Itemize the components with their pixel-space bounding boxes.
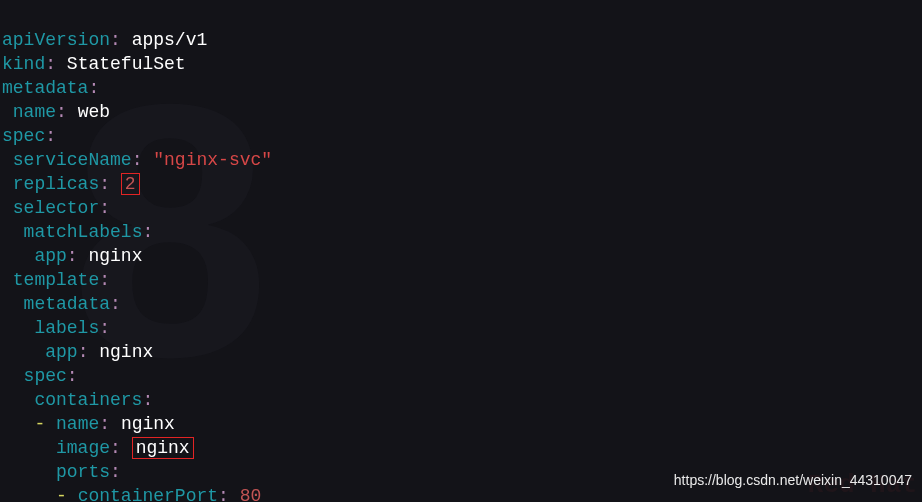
key-template-metadata: metadata <box>24 294 110 314</box>
colon: : <box>218 486 229 502</box>
colon: : <box>78 342 89 362</box>
colon: : <box>142 222 153 242</box>
colon: : <box>110 30 121 50</box>
value-container-name: nginx <box>121 414 175 434</box>
key-template-labels: labels <box>34 318 99 338</box>
colon: : <box>110 462 121 482</box>
key-template: template <box>13 270 99 290</box>
key-template-labels-app: app <box>45 342 77 362</box>
dash-containers: - <box>34 414 45 434</box>
value-kind: StatefulSet <box>67 54 186 74</box>
value-containerPort: 80 <box>240 486 262 502</box>
yaml-code-block: apiVersion: apps/v1 kind: StatefulSet me… <box>0 0 922 502</box>
colon: : <box>99 414 110 434</box>
value-serviceName: "nginx-svc" <box>153 150 272 170</box>
value-metadata-name: web <box>78 102 110 122</box>
value-matchLabels-app: nginx <box>88 246 142 266</box>
colon: : <box>67 246 78 266</box>
colon: : <box>99 270 110 290</box>
value-container-image-boxed: nginx <box>132 437 194 459</box>
key-serviceName: serviceName <box>13 150 132 170</box>
key-matchLabels: matchLabels <box>24 222 143 242</box>
source-watermark: https://blog.csdn.net/weixin_44310047 <box>674 468 912 492</box>
key-selector: selector <box>13 198 99 218</box>
value-template-labels-app: nginx <box>99 342 153 362</box>
key-kind: kind <box>2 54 45 74</box>
key-metadata-name: name <box>13 102 56 122</box>
key-metadata: metadata <box>2 78 88 98</box>
colon: : <box>56 102 67 122</box>
key-matchLabels-app: app <box>34 246 66 266</box>
value-replicas-boxed: 2 <box>121 173 140 195</box>
key-replicas: replicas <box>13 174 99 194</box>
colon: : <box>99 174 110 194</box>
key-container-image: image <box>56 438 110 458</box>
colon: : <box>45 54 56 74</box>
colon: : <box>132 150 143 170</box>
key-container-name: name <box>56 414 99 434</box>
colon: : <box>110 294 121 314</box>
colon: : <box>142 390 153 410</box>
value-apiVersion: apps/v1 <box>132 30 208 50</box>
key-apiVersion: apiVersion <box>2 30 110 50</box>
key-containerPort: containerPort <box>78 486 218 502</box>
colon: : <box>67 366 78 386</box>
colon: : <box>99 318 110 338</box>
colon: : <box>45 126 56 146</box>
key-container-ports: ports <box>56 462 110 482</box>
dash-ports: - <box>56 486 67 502</box>
colon: : <box>110 438 121 458</box>
colon: : <box>88 78 99 98</box>
key-spec: spec <box>2 126 45 146</box>
key-containers: containers <box>34 390 142 410</box>
key-template-spec: spec <box>24 366 67 386</box>
colon: : <box>99 198 110 218</box>
